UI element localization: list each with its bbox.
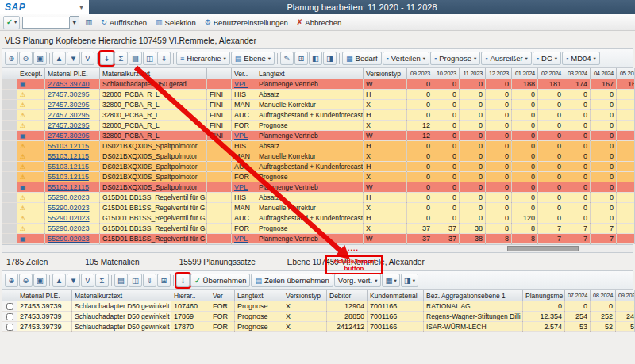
version-link[interactable]: VPL <box>234 80 248 88</box>
row-selector[interactable] <box>2 162 17 172</box>
column-header[interactable]: Ver <box>210 290 235 301</box>
month-value-cell[interactable]: 0 <box>512 131 538 141</box>
vorg-vert-button[interactable]: Vorg. vert.▾ <box>334 274 382 287</box>
column-header[interactable]: Langtext <box>235 290 283 301</box>
month-value-cell[interactable]: 0 <box>538 203 564 213</box>
column-header[interactable] <box>2 290 17 301</box>
month-value-cell[interactable]: 254 <box>565 312 591 322</box>
month-value-cell[interactable]: 0 <box>433 131 460 141</box>
row-selector[interactable] <box>2 79 17 90</box>
month-value-cell[interactable]: 0 <box>591 172 617 182</box>
zeilen-uebernehmen-button[interactable]: ▤Zeilen übernehmen <box>251 274 333 287</box>
month-value-cell[interactable]: 252 <box>591 312 616 322</box>
combo-input[interactable] <box>22 17 70 29</box>
zoom-in-icon[interactable]: ⊕ <box>5 52 18 65</box>
edit-icon[interactable]: ✎ <box>280 52 294 65</box>
material-link[interactable]: 55103.12115 <box>48 142 89 150</box>
export-icon[interactable]: ⇓ <box>157 52 171 65</box>
month-column-header[interactable]: 08.2024 <box>591 290 616 301</box>
material-link[interactable]: 27453.39740 <box>48 80 90 88</box>
sum-icon[interactable]: Σ <box>114 52 128 65</box>
row-checkbox[interactable] <box>6 313 13 320</box>
month-value-cell[interactable]: 120 <box>512 213 538 224</box>
month-value-cell[interactable]: 0 <box>407 90 433 100</box>
month-column-header[interactable]: 04.2024 <box>591 68 617 79</box>
month-value-cell[interactable]: 0 <box>433 121 460 131</box>
material-link[interactable]: 27457.30295 <box>48 132 90 140</box>
month-value-cell[interactable]: 0 <box>591 151 617 162</box>
row-selector[interactable] <box>2 110 17 121</box>
month-value-cell[interactable]: 0 <box>433 100 460 110</box>
selektion-button[interactable]: ▥Selektion <box>152 16 199 29</box>
month-value-cell[interactable]: 0 <box>486 90 512 100</box>
month-value-cell[interactable]: 0 <box>591 90 617 100</box>
month-value-cell[interactable]: 0 <box>617 193 635 203</box>
month-value-cell[interactable]: 0 <box>617 172 635 182</box>
sort-desc-icon[interactable]: ▼ <box>67 52 80 65</box>
month-value-cell[interactable]: 0 <box>460 100 486 110</box>
month-value-cell[interactable]: 188 <box>512 79 538 90</box>
month-value-cell[interactable]: 0 <box>564 121 591 131</box>
save-icon[interactable]: ▥ <box>82 16 95 29</box>
month-value-cell[interactable]: 0 <box>460 90 486 100</box>
month-value-cell[interactable]: 0 <box>460 131 486 141</box>
month-value-cell[interactable]: 0 <box>486 151 512 162</box>
month-value-cell[interactable]: 0 <box>538 162 564 172</box>
month-value-cell[interactable]: 37 <box>407 224 433 234</box>
month-value-cell[interactable]: 0 <box>512 90 538 100</box>
column-header[interactable]: Material Pl.E. <box>17 290 72 301</box>
month-value-cell[interactable]: 7 <box>564 224 591 234</box>
row-selector[interactable] <box>2 203 17 213</box>
ausreisser-button[interactable]: ▪Ausreißer▾ <box>481 52 532 65</box>
month-value-cell[interactable]: 0 <box>486 193 512 203</box>
month-value-cell[interactable]: 0 <box>407 79 433 90</box>
month-value-cell[interactable]: 0 <box>460 193 486 203</box>
prognose-button[interactable]: ▪Prognose▾ <box>430 52 480 65</box>
month-value-cell[interactable]: 0 <box>538 172 564 182</box>
column-header[interactable]: Langtext <box>256 68 364 79</box>
row-selector[interactable] <box>2 90 17 100</box>
month-value-cell[interactable]: 0 <box>591 182 617 193</box>
bedarf-button[interactable]: ▦Bedarf <box>342 52 382 65</box>
month-value-cell[interactable]: 0 <box>460 151 486 162</box>
month-value-cell[interactable]: 0 <box>486 172 512 182</box>
month-value-cell[interactable]: 0 <box>407 172 433 182</box>
month-value-cell[interactable]: 0 <box>564 100 591 110</box>
material-link[interactable]: 27457.30295 <box>48 111 90 119</box>
month-value-cell[interactable]: 0 <box>564 172 591 182</box>
month-value-cell[interactable]: 0 <box>460 110 486 121</box>
month-value-cell[interactable]: 0 <box>460 162 486 172</box>
month-value-cell[interactable]: 0 <box>538 131 564 141</box>
month-value-cell[interactable]: 0 <box>565 301 591 312</box>
row-selector[interactable] <box>2 131 17 141</box>
month-value-cell[interactable]: 0 <box>407 162 433 172</box>
version-link[interactable]: VPL <box>234 132 248 140</box>
month-value-cell[interactable]: 0 <box>486 162 512 172</box>
column-header[interactable]: Debitor <box>327 290 368 301</box>
month-value-cell[interactable]: 0 <box>591 141 617 151</box>
month-value-cell[interactable]: 0 <box>617 131 635 141</box>
material-link[interactable]: 55290.02023 <box>48 214 90 222</box>
month-value-cell[interactable]: 0 <box>617 162 635 172</box>
month-column-header[interactable]: 01.2024 <box>512 68 538 79</box>
material-link[interactable]: 55103.12115 <box>48 183 89 191</box>
material-link[interactable]: 27457.30295 <box>48 90 90 98</box>
month-value-cell[interactable]: 0 <box>486 203 512 213</box>
row-selector[interactable] <box>2 193 17 203</box>
month-value-cell[interactable]: 0 <box>486 213 512 224</box>
verteilen-button[interactable]: ▪Verteilen▾ <box>383 52 429 65</box>
auffrischen-button[interactable]: ↻Auffrischen <box>98 16 150 29</box>
column-header[interactable]: Versionstyp <box>283 290 327 301</box>
filter-icon[interactable]: ∇ <box>81 52 94 65</box>
month-value-cell[interactable]: 0 <box>512 193 538 203</box>
enter-button[interactable]: ✓▾ <box>3 16 20 29</box>
month-value-cell[interactable]: 0 <box>591 100 617 110</box>
month-value-cell[interactable]: 53 <box>565 322 591 332</box>
month-value-cell[interactable]: 0 <box>433 172 460 182</box>
row-selector[interactable] <box>2 100 17 110</box>
horizontal-scrollbar[interactable] <box>2 244 633 253</box>
month-value-cell[interactable]: 38 <box>460 234 486 244</box>
month-value-cell[interactable]: 0 <box>538 90 564 100</box>
month-value-cell[interactable]: 0 <box>486 121 512 131</box>
month-value-cell[interactable]: 0 <box>433 151 460 162</box>
